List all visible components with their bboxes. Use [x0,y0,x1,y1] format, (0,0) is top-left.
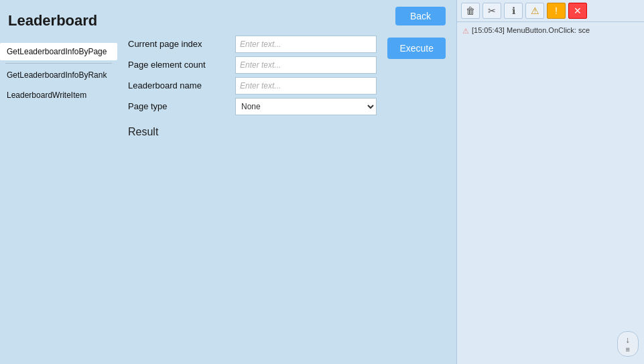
log-text: [15:05:43] MenuButton.OnClick: sce [472,26,590,34]
right-panel: 🗑 ✂ ℹ ⚠ ! ✕ ⚠ [15:05:43] MenuButton.OnCl… [456,0,644,364]
toolbar-cut-button[interactable]: ✂ [482,3,501,19]
toolbar: 🗑 ✂ ℹ ⚠ ! ✕ [457,0,644,22]
label-current-page-index: Current page index [128,35,235,53]
input-current-page-index[interactable] [235,36,377,53]
log-area: ⚠ [15:05:43] MenuButton.OnClick: sce [457,22,644,324]
result-label: Result [128,126,446,138]
result-section: Result [128,126,446,318]
label-page-element-count: Page element count [128,56,235,74]
toolbar-delete-button[interactable]: 🗑 [461,3,480,19]
toolbar-close-button[interactable]: ✕ [568,3,587,19]
execute-btn-wrapper: Execute [387,35,446,115]
toolbar-warning-button[interactable]: ⚠ [525,3,544,19]
log-warning-icon: ⚠ [462,27,469,36]
main-header: Back [128,7,446,25]
form-row-leaderboard-name: Leaderboard name [128,76,377,95]
select-page-type[interactable]: None Top Around [235,98,377,115]
left-panel: Leaderboard GetLeaderboardInfoByPage Get… [0,0,117,364]
input-page-element-count[interactable] [235,56,377,74]
sidebar-item-getbyrank[interactable]: GetLeaderboardInfoByRank [0,66,117,84]
scroll-down-icon[interactable]: ↓ [626,335,631,345]
main-panel: Back Current page index Page element cou… [117,0,456,364]
app-title: Leaderboard [0,7,117,40]
sidebar-item-writeitem[interactable]: LeaderboardWriteItem [0,86,117,104]
sidebar-item-getbypage[interactable]: GetLeaderboardInfoByPage [0,43,117,60]
form-section: Current page index Page element count Le… [128,35,446,115]
label-page-type: Page type [128,97,235,115]
form-row-current-page-index: Current page index [128,35,377,53]
label-leaderboard-name: Leaderboard name [128,76,235,95]
scroll-menu-icon[interactable]: ≡ [626,345,630,353]
log-entry: ⚠ [15:05:43] MenuButton.OnClick: sce [462,26,639,36]
toolbar-info-button[interactable]: ℹ [504,3,523,19]
form-fields: Current page index Page element count Le… [128,35,377,115]
execute-button[interactable]: Execute [387,38,446,59]
input-leaderboard-name[interactable] [235,77,377,95]
toolbar-error-button[interactable]: ! [547,3,566,19]
form-row-page-element-count: Page element count [128,56,377,74]
back-button[interactable]: Back [395,7,446,25]
result-area [128,143,446,318]
form-row-page-type: Page type None Top Around [128,97,377,115]
